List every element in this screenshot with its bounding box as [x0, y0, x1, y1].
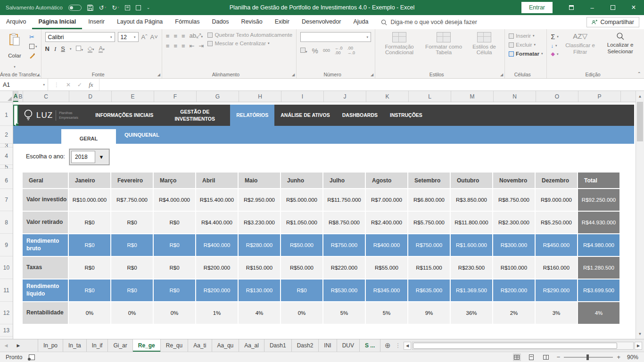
tell-me-search[interactable]: Diga-me o que você deseja fazer: [381, 15, 477, 29]
cell-rentabilidade-outubro[interactable]: 36%: [451, 302, 492, 324]
save-icon[interactable]: [87, 5, 93, 11]
row-header-6[interactable]: 6: [0, 173, 13, 189]
column-header-m[interactable]: M: [451, 91, 494, 102]
column-header-c[interactable]: C: [23, 91, 69, 102]
table-header-novembro[interactable]: Novembro: [493, 173, 535, 188]
sheet-tab-ini[interactable]: INI: [319, 339, 337, 352]
row-header-2[interactable]: 2: [0, 126, 13, 144]
fill-color-icon[interactable]: ◇▾: [88, 45, 94, 53]
undo-icon[interactable]: ↺▾: [99, 4, 106, 11]
row-label-rentabilidade[interactable]: Rentabilidade: [23, 302, 68, 324]
sheet-tab-gi-ar[interactable]: Gi_ar: [108, 339, 132, 352]
customize-qat-icon[interactable]: ⌄: [147, 5, 150, 10]
camera-icon[interactable]: [136, 5, 141, 10]
cell-rendimento-bruto-total[interactable]: R$4.980.000: [578, 234, 619, 256]
cell-rendimento-liquido-marco[interactable]: R$0: [154, 280, 195, 301]
cell-valor-investido-total[interactable]: R$92.250.000: [578, 189, 619, 211]
row-label-taxas[interactable]: Taxas: [23, 257, 68, 279]
sheet-tab-in-if[interactable]: In_if: [87, 339, 108, 352]
font-size-select[interactable]: 12▾: [118, 32, 139, 42]
row-header-10[interactable]: 10: [0, 256, 13, 279]
name-box[interactable]: A1▾: [0, 79, 48, 90]
cell-valor-investido-julho[interactable]: R$11.750.000: [323, 189, 365, 211]
nav-item-analise-de-ativos[interactable]: ANÁLISE DE ATIVOS: [274, 105, 336, 126]
column-header-j[interactable]: J: [324, 91, 366, 102]
font-name-select[interactable]: Calibri▾: [45, 32, 115, 42]
cell-rendimento-bruto-junho[interactable]: R$50.000: [281, 234, 322, 256]
cell-taxas-dezembro[interactable]: R$160.000: [536, 257, 577, 279]
cell-rendimento-liquido-fevereiro[interactable]: R$0: [111, 280, 153, 301]
cell-rentabilidade-janeiro[interactable]: 0%: [69, 302, 110, 324]
copy-icon[interactable]: ▾: [29, 44, 37, 49]
cell-valor-retirado-total[interactable]: R$44.930.000: [578, 212, 619, 233]
cell-rendimento-bruto-novembro[interactable]: R$300.000: [493, 234, 535, 256]
sort-filter-button[interactable]: A﻿Z▽ Classificar e Filtrar: [562, 32, 598, 70]
cell-valor-investido-agosto[interactable]: R$7.000.000: [366, 189, 407, 211]
redo-icon[interactable]: ↻▾: [112, 4, 119, 11]
cell-rendimento-bruto-setembro[interactable]: R$750.000: [408, 234, 450, 256]
cell-valor-investido-maio[interactable]: R$2.950.000: [239, 189, 280, 211]
cell-rendimento-liquido-outubro[interactable]: R$1.369.500: [451, 280, 492, 301]
table-header-geral[interactable]: Geral: [23, 173, 68, 188]
zoom-slider[interactable]: [564, 357, 613, 358]
cell-valor-retirado-julho[interactable]: R$8.750.000: [323, 212, 365, 233]
cell-valor-retirado-dezembro[interactable]: R$5.250.000: [536, 212, 577, 233]
sheet-tab-in-ta[interactable]: In_ta: [63, 339, 87, 352]
row-header-12[interactable]: 12: [0, 302, 13, 324]
sheet-tab-re-ge[interactable]: Re_ge: [133, 339, 161, 352]
align-right-icon[interactable]: ≡: [182, 42, 185, 49]
nav-item-relatorios[interactable]: RELATÓRIOS: [230, 105, 274, 126]
sheet-tab-duv[interactable]: DUV: [337, 339, 360, 352]
cell-rendimento-liquido-agosto[interactable]: R$345.000: [366, 280, 407, 301]
align-left-icon[interactable]: ≡: [166, 42, 170, 49]
cell-rendimento-liquido-dezembro[interactable]: R$290.000: [536, 280, 577, 301]
horizontal-scroll-thumb[interactable]: [413, 343, 617, 349]
table-header-maio[interactable]: Maio: [239, 173, 280, 188]
cell-valor-retirado-maio[interactable]: R$3.230.000: [239, 212, 280, 233]
scroll-down-icon[interactable]: ▼: [636, 329, 644, 339]
cell-taxas-julho[interactable]: R$220.000: [323, 257, 365, 279]
menu-tab-revisao[interactable]: Revisão: [235, 15, 269, 29]
column-header-b[interactable]: B: [18, 91, 23, 102]
horizontal-scrollbar[interactable]: ◀ ▶: [404, 339, 642, 352]
column-header-a[interactable]: A: [13, 91, 18, 102]
column-header-f[interactable]: F: [154, 91, 197, 102]
cell-rentabilidade-agosto[interactable]: 5%: [366, 302, 407, 324]
cell-valor-investido-marco[interactable]: R$4.000.000: [154, 189, 195, 211]
table-header-julho[interactable]: Julho: [323, 173, 365, 188]
table-header-janeiro[interactable]: Janeiro: [69, 173, 110, 188]
cell-rendimento-bruto-abril[interactable]: R$400.000: [196, 234, 238, 256]
cell-valor-investido-abril[interactable]: R$15.400.000: [196, 189, 238, 211]
collapse-ribbon-icon[interactable]: ⌃: [637, 71, 641, 76]
cell-taxas-junho[interactable]: R$50.000: [281, 257, 322, 279]
align-bottom-icon[interactable]: ≡: [182, 33, 185, 40]
cell-rentabilidade-julho[interactable]: 5%: [323, 302, 365, 324]
sign-in-button[interactable]: Entrar: [521, 2, 553, 13]
cell-taxas-maio[interactable]: R$150.000: [239, 257, 280, 279]
conditional-formatting-button[interactable]: Formatação Condicional: [379, 32, 420, 70]
cell-rentabilidade-maio[interactable]: 4%: [239, 302, 280, 324]
column-header-n[interactable]: N: [494, 91, 536, 102]
table-header-dezembro[interactable]: Dezembro: [536, 173, 577, 188]
row-header-1[interactable]: 1: [0, 105, 13, 126]
cell-taxas-fevereiro[interactable]: R$0: [111, 257, 153, 279]
cell-rentabilidade-fevereiro[interactable]: 0%: [111, 302, 153, 324]
row-header-7[interactable]: 7: [0, 189, 13, 211]
cell-taxas-agosto[interactable]: R$55.000: [366, 257, 407, 279]
cell-taxas-setembro[interactable]: R$115.000: [408, 257, 450, 279]
vertical-scrollbar[interactable]: ▲ ▼: [636, 91, 644, 339]
cell-rendimento-bruto-dezembro[interactable]: R$450.000: [536, 234, 577, 256]
increase-indent-icon[interactable]: ⇥: [198, 42, 204, 49]
cell-rendimento-bruto-agosto[interactable]: R$400.000: [366, 234, 407, 256]
select-all-corner[interactable]: [0, 91, 13, 102]
nav-item-dashboards[interactable]: DASHBOARDS: [336, 105, 384, 126]
cell-rentabilidade-junho[interactable]: 0%: [281, 302, 322, 324]
row-header-4[interactable]: 4: [0, 148, 13, 165]
cell-rendimento-bruto-janeiro[interactable]: R$0: [69, 234, 110, 256]
subtab-geral[interactable]: GERAL: [61, 129, 116, 148]
page-layout-view-icon[interactable]: [528, 354, 536, 361]
nav-item-informacoes-iniciais[interactable]: INFORMAÇÕES INICIAIS: [89, 105, 159, 126]
row-label-rendimento-liquido[interactable]: Rendimento líquido: [23, 280, 68, 301]
close-button[interactable]: ×: [623, 0, 644, 15]
decrease-decimal-icon[interactable]: .00→.0: [347, 46, 355, 55]
